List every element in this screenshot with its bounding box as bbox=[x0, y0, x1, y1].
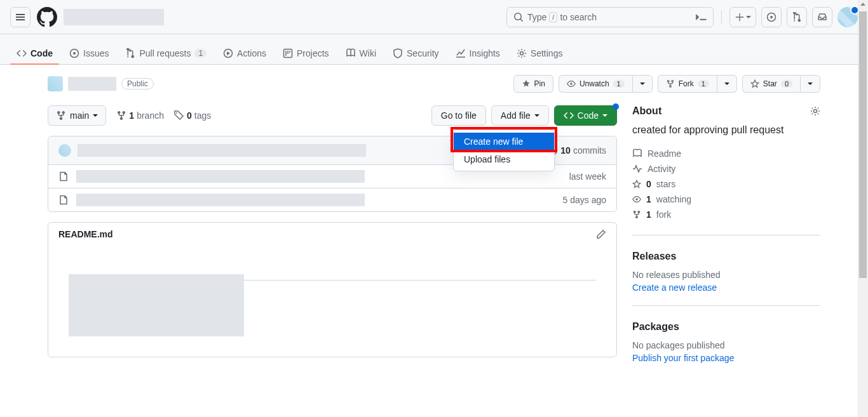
create-release-link[interactable]: Create a new release bbox=[632, 282, 717, 293]
pin-icon bbox=[522, 79, 531, 88]
file-icon bbox=[58, 195, 69, 205]
pull-requests-counter: 1 bbox=[194, 49, 207, 58]
about-title: About bbox=[632, 105, 661, 117]
publish-package-link[interactable]: Publish your first package bbox=[632, 353, 734, 363]
vertical-scrollbar-track[interactable] bbox=[858, 0, 868, 417]
user-avatar-button[interactable] bbox=[837, 7, 858, 27]
play-icon bbox=[223, 48, 233, 58]
sidebar: About created for approving pull request… bbox=[632, 105, 820, 391]
command-palette-icon[interactable] bbox=[695, 11, 708, 23]
svg-point-11 bbox=[635, 198, 638, 201]
main-column: main 1 branch 0 tags Go to fil bbox=[48, 105, 617, 391]
watch-dropdown-button[interactable] bbox=[632, 75, 653, 93]
create-new-file-item[interactable]: Create new file bbox=[454, 133, 554, 150]
project-icon bbox=[283, 48, 293, 58]
watch-button-group: Unwatch 1 bbox=[559, 75, 653, 93]
chevron-down-icon bbox=[93, 114, 98, 117]
vertical-scrollbar-thumb[interactable] bbox=[859, 11, 867, 278]
pencil-icon[interactable] bbox=[596, 229, 606, 239]
gear-icon[interactable] bbox=[810, 106, 820, 116]
tab-pull-requests-label: Pull requests bbox=[139, 48, 191, 58]
svg-point-8 bbox=[176, 112, 177, 114]
gear-icon bbox=[517, 48, 527, 58]
tab-issues-label: Issues bbox=[83, 48, 109, 58]
tab-insights[interactable]: Insights bbox=[449, 43, 506, 65]
star-label: Star bbox=[763, 79, 777, 88]
fork-label: Fork bbox=[679, 79, 694, 88]
file-name-placeholder bbox=[76, 194, 365, 206]
repo-name-placeholder bbox=[68, 77, 116, 91]
readme-content-placeholder bbox=[69, 274, 244, 336]
svg-point-1 bbox=[770, 16, 773, 18]
tag-count: 0 bbox=[187, 110, 192, 121]
repo-nav-tabs: Code Issues Pull requests 1 Actions Proj… bbox=[0, 34, 868, 65]
tab-projects[interactable]: Projects bbox=[276, 43, 336, 65]
tab-actions-label: Actions bbox=[237, 48, 266, 58]
svg-point-6 bbox=[520, 52, 523, 55]
fork-button-group: Fork 1 bbox=[658, 75, 737, 93]
svg-point-7 bbox=[570, 83, 573, 85]
tab-pull-requests[interactable]: Pull requests 1 bbox=[119, 43, 213, 65]
header-right: Type / to search bbox=[506, 7, 858, 27]
tab-wiki[interactable]: Wiki bbox=[339, 43, 383, 65]
star-dropdown-button[interactable] bbox=[800, 75, 820, 93]
tab-issues[interactable]: Issues bbox=[63, 43, 115, 65]
github-logo-icon[interactable] bbox=[37, 7, 57, 27]
fork-icon bbox=[666, 79, 675, 88]
activity-link[interactable]: Activity bbox=[632, 161, 820, 176]
tab-actions[interactable]: Actions bbox=[217, 43, 273, 65]
svg-point-10 bbox=[814, 110, 817, 113]
repo-path-placeholder bbox=[64, 9, 164, 25]
branch-name: main bbox=[70, 110, 89, 121]
code-button[interactable]: Code bbox=[554, 105, 617, 126]
stars-link[interactable]: 0 stars bbox=[632, 176, 820, 192]
tags-link[interactable]: 0 tags bbox=[174, 110, 211, 121]
file-nav-right: Go to file Add file Code Create new file… bbox=[431, 105, 617, 126]
menu-button[interactable] bbox=[10, 7, 31, 27]
forks-link[interactable]: 1 fork bbox=[632, 207, 820, 222]
plus-icon bbox=[735, 13, 744, 22]
pulse-icon bbox=[632, 164, 642, 174]
fork-button[interactable]: Fork 1 bbox=[658, 75, 717, 93]
fork-dropdown-button[interactable] bbox=[717, 75, 737, 93]
pin-button[interactable]: Pin bbox=[513, 75, 553, 93]
tab-code[interactable]: Code bbox=[10, 43, 59, 65]
readme-link[interactable]: Readme bbox=[632, 146, 820, 161]
pull-requests-button[interactable] bbox=[787, 7, 807, 27]
eye-icon bbox=[632, 195, 641, 204]
packages-header: Packages bbox=[632, 321, 820, 333]
watch-counter: 1 bbox=[613, 80, 625, 88]
create-new-button[interactable] bbox=[729, 7, 756, 27]
star-button[interactable]: Star 0 bbox=[742, 75, 800, 93]
watching-link[interactable]: 1 watching bbox=[632, 192, 820, 207]
readme-box: README.md bbox=[48, 222, 617, 357]
branches-link[interactable]: 1 branch bbox=[116, 110, 164, 121]
scroll-up-arrow-icon[interactable] bbox=[860, 3, 865, 6]
tag-label: tags bbox=[194, 110, 211, 121]
about-description: created for approving pull request bbox=[632, 124, 820, 136]
tab-settings[interactable]: Settings bbox=[510, 43, 569, 65]
unwatch-label: Unwatch bbox=[580, 79, 609, 88]
fork-icon bbox=[632, 210, 641, 219]
branch-selector-button[interactable]: main bbox=[48, 105, 106, 126]
add-file-button[interactable]: Add file bbox=[491, 105, 549, 126]
file-row[interactable]: 5 days ago bbox=[48, 189, 616, 211]
readme-body bbox=[48, 246, 616, 357]
go-to-file-button[interactable]: Go to file bbox=[431, 105, 486, 126]
commits-count: 10 bbox=[560, 145, 571, 156]
search-input[interactable]: Type / to search bbox=[506, 7, 714, 27]
add-file-dropdown: Create new file Upload files bbox=[453, 129, 555, 171]
packages-section: Packages No packages published Publish y… bbox=[632, 321, 820, 376]
unwatch-button[interactable]: Unwatch 1 bbox=[559, 75, 632, 93]
commits-link[interactable]: 10 commits bbox=[548, 145, 606, 156]
search-slash: / bbox=[549, 12, 557, 22]
tab-security[interactable]: Security bbox=[386, 43, 445, 65]
upload-files-item[interactable]: Upload files bbox=[454, 150, 554, 168]
chevron-down-icon bbox=[808, 83, 813, 85]
tab-security-label: Security bbox=[407, 48, 439, 58]
notifications-button[interactable] bbox=[812, 7, 832, 27]
tab-wiki-label: Wiki bbox=[360, 48, 376, 58]
about-section: About created for approving pull request… bbox=[632, 105, 820, 235]
issues-button[interactable] bbox=[761, 7, 782, 27]
search-suffix: to search bbox=[560, 12, 597, 22]
